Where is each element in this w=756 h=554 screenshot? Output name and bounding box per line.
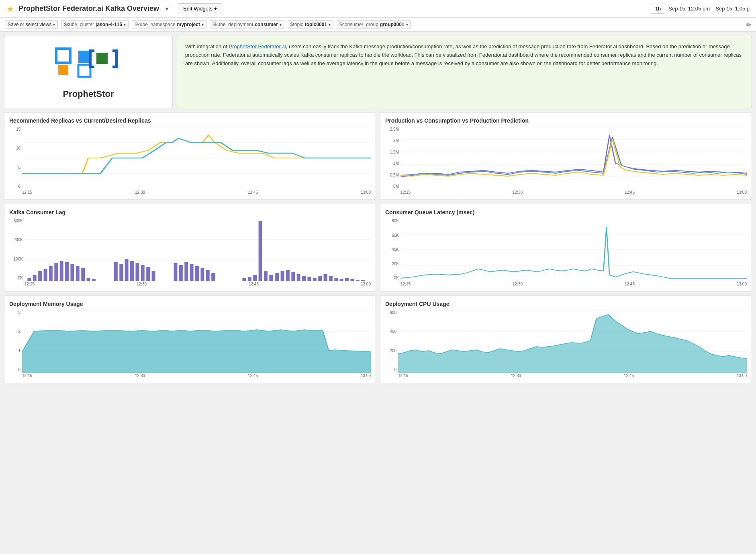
save-select-views[interactable]: Save or select views ▾ <box>5 20 58 29</box>
kube-namespace-label: $kube_namespace <box>135 22 175 27</box>
svg-rect-44 <box>190 264 194 281</box>
svg-rect-61 <box>307 277 311 281</box>
cpu-x-axis: 12:15 12:30 12:45 13:00 <box>398 373 747 378</box>
svg-marker-86 <box>398 314 747 373</box>
chart-replicas: Recommended Replicas vs Current/Desired … <box>4 112 376 200</box>
svg-rect-25 <box>54 263 58 281</box>
consumer-group-value: group0001 <box>380 22 405 27</box>
kube-cluster-value: jason-4-115 <box>96 22 122 27</box>
chart-lag-title: Kafka Consumer Lag <box>9 209 371 215</box>
kube-cluster-arrow: ▾ <box>124 23 126 27</box>
header-right: 1h Sep 15, 12:05 pm – Sep 15, 1:05 p <box>651 4 750 14</box>
svg-rect-68 <box>345 278 349 281</box>
topic-arrow: ▾ <box>329 23 331 27</box>
save-views-arrow: ▾ <box>53 23 55 27</box>
star-icon: ★ <box>6 4 14 14</box>
time-range-button[interactable]: 1h <box>651 4 665 14</box>
svg-rect-0 <box>56 49 70 63</box>
svg-rect-67 <box>340 279 343 281</box>
svg-rect-20 <box>27 278 31 281</box>
svg-rect-56 <box>281 271 284 281</box>
svg-rect-70 <box>356 280 360 281</box>
svg-rect-51 <box>253 275 257 281</box>
svg-rect-34 <box>119 264 123 281</box>
production-x-axis: 12:15 12:30 12:45 13:00 <box>400 190 747 195</box>
memory-x-axis: 12:15 12:30 12:45 13:00 <box>22 373 371 378</box>
main-content: ProphetStor With integration of ProphetS… <box>0 32 756 387</box>
svg-rect-50 <box>248 277 251 281</box>
svg-rect-2 <box>78 51 90 63</box>
svg-rect-1 <box>58 65 68 75</box>
svg-rect-58 <box>291 272 295 281</box>
kube-deployment-arrow: ▾ <box>280 23 282 27</box>
svg-rect-54 <box>269 275 273 281</box>
svg-rect-36 <box>130 261 134 281</box>
pencil-icon[interactable]: ✏ <box>746 21 751 29</box>
description-text: With integration of ProphetStor Federato… <box>185 43 744 68</box>
lag-y-axis: 300K 200K 100K 0K <box>9 219 23 281</box>
svg-rect-40 <box>152 271 155 281</box>
svg-rect-47 <box>206 270 210 281</box>
topic-label: $topic <box>290 22 303 27</box>
kube-deployment-label: $kube_deployment <box>212 22 253 27</box>
svg-rect-63 <box>318 276 322 281</box>
prophetstor-link[interactable]: ProphetStor Federator.ai <box>229 43 286 49</box>
latency-x-axis: 12:15 12:30 12:45 13:00 <box>400 282 747 286</box>
svg-rect-29 <box>76 266 80 281</box>
svg-rect-30 <box>81 268 85 281</box>
svg-rect-3 <box>96 53 108 64</box>
svg-rect-48 <box>211 273 215 281</box>
svg-rect-65 <box>329 276 333 281</box>
consumer-group-arrow: ▾ <box>406 23 408 27</box>
svg-rect-39 <box>146 267 150 281</box>
consumer-group-label: $consumer_group <box>339 22 378 27</box>
kube-cluster-filter[interactable]: $kube_cluster jason-4-115 ▾ <box>61 20 129 29</box>
svg-rect-37 <box>135 263 139 281</box>
kube-deployment-filter[interactable]: $kube_deployment consumer ▾ <box>210 20 284 29</box>
chart-lag: Kafka Consumer Lag 300K 200K 100K 0K <box>4 204 376 291</box>
svg-rect-4 <box>78 65 90 77</box>
chart-replicas-title: Recommended Replicas vs Current/Desired … <box>9 117 371 124</box>
svg-rect-24 <box>49 266 53 281</box>
svg-rect-38 <box>141 265 145 281</box>
svg-rect-32 <box>92 279 96 281</box>
lag-x-axis: 12:15 12:30 12:45 13:00 <box>25 282 371 286</box>
memory-chart-svg <box>22 310 371 373</box>
chart-latency-title: Consumer Queue Latency (msec) <box>385 209 747 215</box>
cpu-chart-svg <box>398 310 747 373</box>
chart-memory: Deployment Memory Usage 3 2 1 0 <box>4 295 376 383</box>
svg-rect-49 <box>242 278 246 281</box>
svg-rect-31 <box>87 278 90 281</box>
kube-namespace-arrow: ▾ <box>202 23 204 27</box>
svg-marker-81 <box>22 330 371 373</box>
svg-rect-26 <box>60 261 63 281</box>
title-chevron-icon[interactable]: ▾ <box>166 6 168 12</box>
chart-cpu-title: Deployment CPU Usage <box>385 301 747 307</box>
kube-namespace-filter[interactable]: $kube_namespace myproject ▾ <box>132 20 206 29</box>
lag-chart-svg <box>25 219 371 281</box>
svg-rect-41 <box>174 263 178 281</box>
save-views-label: Save or select views <box>8 22 51 27</box>
svg-rect-35 <box>125 259 129 281</box>
logo-card: ProphetStor <box>4 36 173 108</box>
chart-production-title: Production vs Consumption vs Production … <box>385 117 747 124</box>
topic-filter[interactable]: $topic topic0001 ▾ <box>288 20 333 29</box>
top-section: ProphetStor With integration of ProphetS… <box>4 36 752 108</box>
latency-y-axis: 80K 60K 40K 20K 0K <box>385 219 399 281</box>
svg-rect-60 <box>302 276 306 281</box>
svg-rect-45 <box>195 266 199 281</box>
header: ★ ProphetStor Federator.ai Kafka Overvie… <box>0 0 756 18</box>
latency-chart-svg <box>400 219 747 281</box>
production-chart-svg <box>400 127 747 189</box>
edit-widgets-button[interactable]: Edit Widgets + <box>178 3 222 14</box>
consumer-group-filter[interactable]: $consumer_group group0001 ▾ <box>337 20 411 29</box>
svg-rect-43 <box>184 262 188 281</box>
chart-cpu: Deployment CPU Usage 600 400 200 0 <box>380 295 752 383</box>
svg-rect-57 <box>286 270 290 281</box>
kube-namespace-value: myproject <box>177 22 200 27</box>
charts-grid: Recommended Replicas vs Current/Desired … <box>4 112 752 383</box>
page-title: ProphetStor Federator.ai Kafka Overview <box>18 4 159 13</box>
kube-deployment-value: consumer <box>255 22 278 27</box>
svg-rect-46 <box>200 268 204 281</box>
svg-rect-28 <box>70 264 74 281</box>
